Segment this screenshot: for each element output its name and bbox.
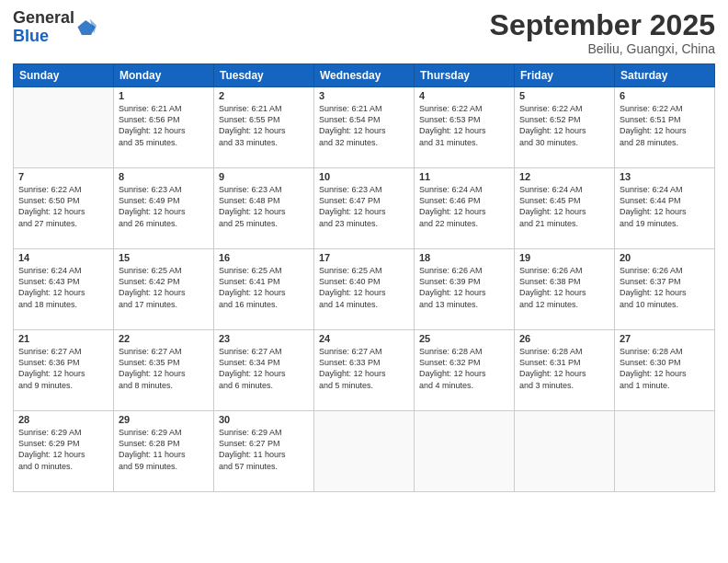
- day-info: Sunrise: 6:22 AM Sunset: 6:52 PM Dayligh…: [519, 103, 609, 148]
- day-info: Sunrise: 6:26 AM Sunset: 6:38 PM Dayligh…: [519, 265, 609, 310]
- calendar-week-row: 7Sunrise: 6:22 AM Sunset: 6:50 PM Daylig…: [14, 168, 715, 249]
- table-row: 9Sunrise: 6:23 AM Sunset: 6:48 PM Daylig…: [214, 168, 314, 249]
- day-info: Sunrise: 6:22 AM Sunset: 6:53 PM Dayligh…: [419, 103, 509, 148]
- day-number: 10: [319, 171, 409, 182]
- day-number: 9: [219, 171, 309, 182]
- day-info: Sunrise: 6:24 AM Sunset: 6:44 PM Dayligh…: [620, 184, 710, 229]
- table-row: 16Sunrise: 6:25 AM Sunset: 6:41 PM Dayli…: [214, 249, 314, 330]
- day-info: Sunrise: 6:21 AM Sunset: 6:55 PM Dayligh…: [219, 103, 309, 148]
- day-number: 25: [419, 333, 509, 344]
- day-number: 18: [419, 252, 509, 263]
- day-info: Sunrise: 6:29 AM Sunset: 6:29 PM Dayligh…: [18, 427, 108, 472]
- table-row: 15Sunrise: 6:25 AM Sunset: 6:42 PM Dayli…: [114, 249, 214, 330]
- day-number: 5: [519, 90, 609, 101]
- day-info: Sunrise: 6:22 AM Sunset: 6:51 PM Dayligh…: [620, 103, 710, 148]
- day-info: Sunrise: 6:23 AM Sunset: 6:49 PM Dayligh…: [119, 184, 209, 229]
- col-tuesday: Tuesday: [214, 64, 314, 87]
- day-info: Sunrise: 6:25 AM Sunset: 6:42 PM Dayligh…: [119, 265, 209, 310]
- page: General Blue September 2025 Beiliu, Guan…: [0, 0, 728, 563]
- col-monday: Monday: [114, 64, 214, 87]
- table-row: 28Sunrise: 6:29 AM Sunset: 6:29 PM Dayli…: [14, 411, 114, 492]
- day-number: 28: [18, 414, 108, 425]
- day-info: Sunrise: 6:26 AM Sunset: 6:39 PM Dayligh…: [419, 265, 509, 310]
- table-row: 3Sunrise: 6:21 AM Sunset: 6:54 PM Daylig…: [314, 87, 415, 168]
- table-row: 22Sunrise: 6:27 AM Sunset: 6:35 PM Dayli…: [114, 330, 214, 411]
- calendar-week-row: 1Sunrise: 6:21 AM Sunset: 6:56 PM Daylig…: [14, 87, 715, 168]
- col-sunday: Sunday: [14, 64, 114, 87]
- day-info: Sunrise: 6:27 AM Sunset: 6:34 PM Dayligh…: [219, 346, 309, 391]
- col-friday: Friday: [515, 64, 615, 87]
- table-row: 24Sunrise: 6:27 AM Sunset: 6:33 PM Dayli…: [314, 330, 415, 411]
- logo-blue-text: Blue: [13, 28, 74, 46]
- table-row: [615, 411, 715, 492]
- title-block: September 2025 Beiliu, Guangxi, China: [490, 9, 715, 56]
- day-number: 12: [519, 171, 609, 182]
- table-row: 29Sunrise: 6:29 AM Sunset: 6:28 PM Dayli…: [114, 411, 214, 492]
- day-number: 4: [419, 90, 509, 101]
- col-thursday: Thursday: [415, 64, 515, 87]
- table-row: 12Sunrise: 6:24 AM Sunset: 6:45 PM Dayli…: [515, 168, 615, 249]
- day-info: Sunrise: 6:29 AM Sunset: 6:28 PM Dayligh…: [119, 427, 209, 472]
- table-row: 4Sunrise: 6:22 AM Sunset: 6:53 PM Daylig…: [415, 87, 515, 168]
- table-row: 14Sunrise: 6:24 AM Sunset: 6:43 PM Dayli…: [14, 249, 114, 330]
- table-row: 21Sunrise: 6:27 AM Sunset: 6:36 PM Dayli…: [14, 330, 114, 411]
- day-number: 6: [620, 90, 710, 101]
- day-info: Sunrise: 6:28 AM Sunset: 6:32 PM Dayligh…: [419, 346, 509, 391]
- day-number: 15: [119, 252, 209, 263]
- calendar-header-row: Sunday Monday Tuesday Wednesday Thursday…: [14, 64, 715, 87]
- day-number: 7: [18, 171, 108, 182]
- table-row: 7Sunrise: 6:22 AM Sunset: 6:50 PM Daylig…: [14, 168, 114, 249]
- logo-icon: [76, 17, 97, 38]
- table-row: 18Sunrise: 6:26 AM Sunset: 6:39 PM Dayli…: [415, 249, 515, 330]
- day-number: 20: [620, 252, 710, 263]
- day-number: 8: [119, 171, 209, 182]
- month-title: September 2025: [490, 9, 715, 41]
- day-info: Sunrise: 6:24 AM Sunset: 6:45 PM Dayligh…: [519, 184, 609, 229]
- header: General Blue September 2025 Beiliu, Guan…: [13, 9, 715, 56]
- calendar-table: Sunday Monday Tuesday Wednesday Thursday…: [13, 63, 715, 492]
- col-saturday: Saturday: [615, 64, 715, 87]
- table-row: 19Sunrise: 6:26 AM Sunset: 6:38 PM Dayli…: [515, 249, 615, 330]
- table-row: 30Sunrise: 6:29 AM Sunset: 6:27 PM Dayli…: [214, 411, 314, 492]
- day-info: Sunrise: 6:28 AM Sunset: 6:30 PM Dayligh…: [620, 346, 710, 391]
- day-number: 21: [18, 333, 108, 344]
- day-number: 30: [219, 414, 309, 425]
- day-info: Sunrise: 6:28 AM Sunset: 6:31 PM Dayligh…: [519, 346, 609, 391]
- table-row: [14, 87, 114, 168]
- day-info: Sunrise: 6:21 AM Sunset: 6:56 PM Dayligh…: [119, 103, 209, 148]
- table-row: 26Sunrise: 6:28 AM Sunset: 6:31 PM Dayli…: [515, 330, 615, 411]
- table-row: 13Sunrise: 6:24 AM Sunset: 6:44 PM Dayli…: [615, 168, 715, 249]
- table-row: 1Sunrise: 6:21 AM Sunset: 6:56 PM Daylig…: [114, 87, 214, 168]
- day-number: 1: [119, 90, 209, 101]
- day-info: Sunrise: 6:21 AM Sunset: 6:54 PM Dayligh…: [319, 103, 409, 148]
- day-info: Sunrise: 6:26 AM Sunset: 6:37 PM Dayligh…: [620, 265, 710, 310]
- location: Beiliu, Guangxi, China: [490, 41, 715, 56]
- day-number: 29: [119, 414, 209, 425]
- day-number: 3: [319, 90, 409, 101]
- table-row: [515, 411, 615, 492]
- day-info: Sunrise: 6:23 AM Sunset: 6:47 PM Dayligh…: [319, 184, 409, 229]
- day-number: 27: [620, 333, 710, 344]
- table-row: 27Sunrise: 6:28 AM Sunset: 6:30 PM Dayli…: [615, 330, 715, 411]
- day-info: Sunrise: 6:27 AM Sunset: 6:33 PM Dayligh…: [319, 346, 409, 391]
- logo: General Blue: [13, 9, 97, 46]
- table-row: 2Sunrise: 6:21 AM Sunset: 6:55 PM Daylig…: [214, 87, 314, 168]
- day-number: 14: [18, 252, 108, 263]
- day-number: 2: [219, 90, 309, 101]
- day-number: 26: [519, 333, 609, 344]
- table-row: 23Sunrise: 6:27 AM Sunset: 6:34 PM Dayli…: [214, 330, 314, 411]
- day-info: Sunrise: 6:22 AM Sunset: 6:50 PM Dayligh…: [18, 184, 108, 229]
- day-number: 24: [319, 333, 409, 344]
- day-info: Sunrise: 6:27 AM Sunset: 6:35 PM Dayligh…: [119, 346, 209, 391]
- day-info: Sunrise: 6:23 AM Sunset: 6:48 PM Dayligh…: [219, 184, 309, 229]
- day-info: Sunrise: 6:29 AM Sunset: 6:27 PM Dayligh…: [219, 427, 309, 472]
- table-row: 17Sunrise: 6:25 AM Sunset: 6:40 PM Dayli…: [314, 249, 415, 330]
- col-wednesday: Wednesday: [314, 64, 415, 87]
- table-row: [415, 411, 515, 492]
- table-row: 20Sunrise: 6:26 AM Sunset: 6:37 PM Dayli…: [615, 249, 715, 330]
- table-row: 5Sunrise: 6:22 AM Sunset: 6:52 PM Daylig…: [515, 87, 615, 168]
- day-info: Sunrise: 6:25 AM Sunset: 6:40 PM Dayligh…: [319, 265, 409, 310]
- table-row: 25Sunrise: 6:28 AM Sunset: 6:32 PM Dayli…: [415, 330, 515, 411]
- day-info: Sunrise: 6:24 AM Sunset: 6:43 PM Dayligh…: [18, 265, 108, 310]
- day-info: Sunrise: 6:27 AM Sunset: 6:36 PM Dayligh…: [18, 346, 108, 391]
